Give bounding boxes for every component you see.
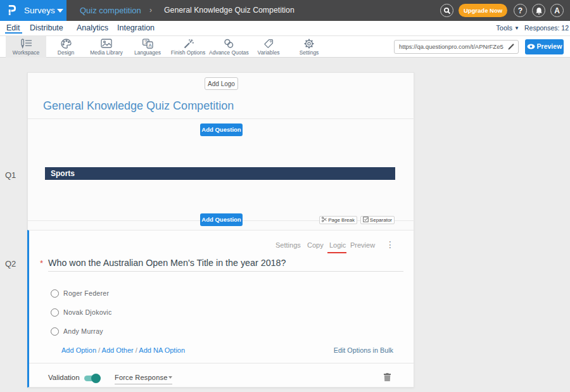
svg-text:A: A [148, 42, 151, 48]
